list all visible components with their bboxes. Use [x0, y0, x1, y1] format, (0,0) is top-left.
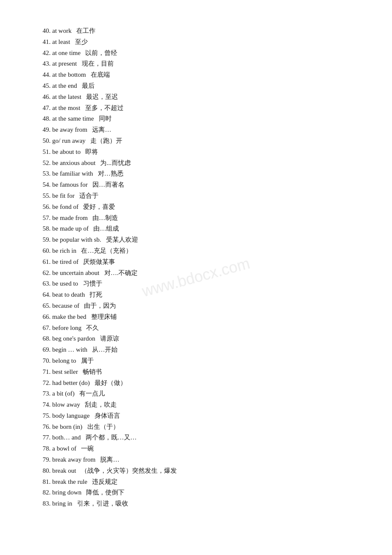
- list-item: 65. because of 由于，因为: [43, 301, 358, 312]
- list-item: 51. be about to 即将: [43, 147, 358, 158]
- list-item: 50. go/ run away 走（跑）开: [43, 136, 358, 147]
- list-item: 52. be anxious about 为...而忧虑: [43, 158, 358, 169]
- list-item: 49. be away from 远离…: [43, 124, 358, 136]
- list-item: 55. be fit for 适合于: [43, 191, 358, 202]
- list-item: 44. at the bottom 在底端: [43, 69, 358, 81]
- list-item: 68. beg one's pardon 请原谅: [43, 333, 358, 344]
- list-item: 80. break out （战争，火灾等）突然发生，爆发: [43, 465, 358, 477]
- list-item: 63. be used to 习惯于: [43, 278, 358, 289]
- list-item: 64. beat to death 打死: [43, 289, 358, 301]
- list-item: 83. bring in 引来，引进，吸收: [43, 498, 358, 509]
- list-item: 82. bring down 降低，使倒下: [43, 487, 358, 498]
- list-item: 67. before long 不久: [43, 323, 358, 334]
- list-item: 71. best seller 畅销书: [43, 367, 358, 378]
- list-item: 78. a bowl of 一碗: [43, 443, 358, 454]
- list-item: 41. at least 至少: [43, 37, 358, 48]
- list-item: 48. at the same time 同时: [43, 113, 358, 124]
- list-item: 77. both… and 两个都，既…又…: [43, 432, 358, 443]
- list-item: 45. at the end 最后: [43, 81, 358, 92]
- list-item: 57. be made from 由…制造: [43, 213, 358, 224]
- list-item: 59. be popular with sb. 受某人欢迎: [43, 234, 358, 246]
- list-item: 53. be familiar with 对…熟悉: [43, 168, 358, 179]
- list-item: 62. be uncertain about 对….不确定: [43, 268, 358, 279]
- list-item: 73. a bit (of) 有一点儿: [43, 388, 358, 399]
- list-item: 56. be fond of 爱好，喜爱: [43, 202, 358, 213]
- list-item: 42. at one time 以前，曾经: [43, 48, 358, 59]
- list-item: 69. begin … with 从…开始: [43, 344, 358, 356]
- list-item: 58. be made up of 由…组成: [43, 223, 358, 234]
- list-item: 43. at present 现在，目前: [43, 58, 358, 69]
- list-item: 76. be born (in) 出生（于）: [43, 422, 358, 433]
- list-item: 66. make the bed 整理床铺: [43, 312, 358, 323]
- list-item: 60. be rich in 在…充足（充裕）: [43, 246, 358, 257]
- list-item: 75. body language 身体语言: [43, 410, 358, 422]
- list-item: 47. at the most 至多，不超过: [43, 103, 358, 114]
- phrase-list: 40. at work 在工作41. at least 至少42. at one…: [43, 26, 358, 509]
- list-item: 81. break the rule 违反规定: [43, 477, 358, 488]
- list-item: 54. be famous for 因…而著名: [43, 179, 358, 191]
- list-item: 70. belong to 属于: [43, 356, 358, 367]
- list-item: 74. blow away 刮走，吹走: [43, 399, 358, 410]
- list-item: 61. be tired of 厌烦做某事: [43, 257, 358, 268]
- list-item: 72. had better (do) 最好（做）: [43, 378, 358, 389]
- list-item: 46. at the latest 最迟，至迟: [43, 92, 358, 103]
- list-item: 40. at work 在工作: [43, 26, 358, 37]
- list-item: 79. break away from 脱离…: [43, 454, 358, 465]
